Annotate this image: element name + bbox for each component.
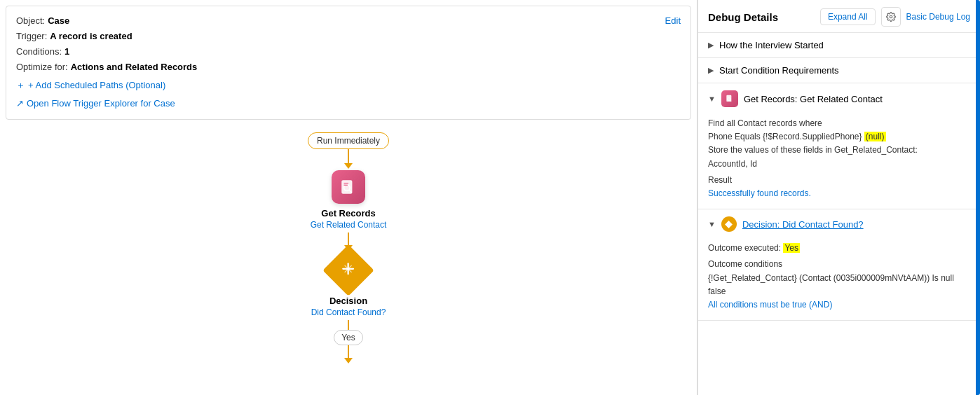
- decision-node[interactable]: Decision Did Contact Found?: [311, 252, 386, 317]
- connector-3: [348, 320, 349, 330]
- chevron-start-condition: ▶: [708, 66, 714, 75]
- find-label: Find all Contact records where: [708, 117, 970, 130]
- right-panel: Debug Details Expand All Basic Debug Log…: [697, 0, 980, 395]
- run-immediately-pill: Run Immediately: [308, 132, 389, 149]
- decision-icon: [341, 261, 356, 279]
- result-label: Result: [708, 174, 970, 187]
- section-get-records-header[interactable]: ▼ Get Records: Get Related Contact: [698, 83, 980, 114]
- basic-debug-link[interactable]: Basic Debug Log: [906, 12, 970, 22]
- object-label: Object:: [16, 13, 45, 29]
- section-get-records: ▼ Get Records: Get Related Contact Find …: [698, 83, 980, 209]
- decision-diamond: [322, 244, 374, 296]
- fields-value: AccountId, Id: [708, 158, 970, 171]
- section-get-records-title: Get Records: Get Related Contact: [744, 94, 883, 104]
- all-conditions: All conditions must be true (AND): [708, 298, 970, 312]
- null-highlight: (null): [864, 132, 886, 141]
- ext-icon: ↗: [16, 96, 24, 111]
- plus-icon: ＋: [16, 78, 25, 93]
- yes-highlight: Yes: [783, 243, 800, 253]
- section-how-interview-title: How the Interview Started: [719, 40, 824, 50]
- optimize-label: Optimize for:: [16, 60, 68, 75]
- section-start-condition-header[interactable]: ▶ Start Condition Requirements: [698, 58, 980, 83]
- info-box: Object: Case Edit Trigger: A record is c…: [6, 6, 691, 120]
- condition-detail: Phone Equals {!$Record.SuppliedPhone} (n…: [708, 130, 970, 144]
- expand-all-button[interactable]: Expand All: [820, 8, 876, 25]
- outcome-executed-row: Outcome executed: Yes: [708, 242, 970, 255]
- edit-link[interactable]: Edit: [665, 13, 681, 29]
- chevron-decision: ▼: [708, 220, 716, 228]
- object-value: Case: [48, 13, 69, 29]
- add-scheduled-link[interactable]: ＋ + Add Scheduled Paths (Optional): [16, 78, 681, 93]
- outcome-conditions-label: Outcome conditions: [708, 258, 970, 271]
- connector-2: [348, 233, 349, 245]
- section-decision: ▼ Decision: Did Contact Found? Outcome e…: [698, 209, 980, 321]
- section-start-condition-title: Start Condition Requirements: [719, 65, 839, 76]
- get-records-section-icon: [721, 90, 738, 107]
- right-edge-accent: [976, 0, 980, 395]
- get-records-subtitle: Get Related Contact: [311, 220, 387, 230]
- open-flow-link[interactable]: ↗ Open Flow Trigger Explorer for Case: [16, 96, 681, 111]
- section-get-records-body: Find all Contact records where Phone Equ…: [698, 114, 980, 209]
- store-label: Store the values of these fields in Get_…: [708, 144, 970, 157]
- get-records-title: Get Records: [321, 208, 375, 219]
- chevron-get-records: ▼: [708, 95, 716, 103]
- trigger-label: Trigger:: [16, 29, 47, 44]
- decision-section-icon: [721, 216, 737, 232]
- chevron-how-interview: ▶: [708, 41, 714, 50]
- flow-canvas: Run Immediately Get Records Get Related …: [0, 125, 697, 395]
- connector-4: [348, 345, 349, 358]
- get-records-icon: [332, 170, 365, 204]
- result-value: Successfully found records.: [708, 187, 970, 200]
- section-how-interview-header[interactable]: ▶ How the Interview Started: [698, 33, 980, 57]
- decision-subtitle: Did Contact Found?: [311, 307, 386, 317]
- debug-title: Debug Details: [708, 11, 815, 23]
- get-records-node[interactable]: Get Records Get Related Contact: [311, 170, 387, 230]
- trigger-value: A record is created: [50, 29, 132, 44]
- section-decision-header[interactable]: ▼ Decision: Did Contact Found?: [698, 209, 980, 239]
- section-start-condition: ▶ Start Condition Requirements: [698, 58, 980, 83]
- section-decision-title[interactable]: Decision: Did Contact Found?: [742, 219, 864, 230]
- arrow-3: [344, 358, 353, 363]
- section-decision-body: Outcome executed: Yes Outcome conditions…: [698, 239, 980, 320]
- connector-1: [348, 149, 349, 163]
- condition-detail-decision: {!Get_Related_Contact} (Contact (0035i00…: [708, 272, 970, 298]
- arrow-1: [344, 163, 353, 169]
- gear-button[interactable]: [881, 7, 901, 27]
- svg-marker-13: [725, 221, 733, 228]
- yes-pill: Yes: [334, 330, 363, 345]
- left-panel: Object: Case Edit Trigger: A record is c…: [0, 0, 697, 395]
- decision-title: Decision: [329, 296, 367, 306]
- debug-header: Debug Details Expand All Basic Debug Log: [698, 0, 980, 33]
- optimize-value: Actions and Related Records: [71, 60, 198, 75]
- svg-point-9: [890, 15, 892, 18]
- section-how-interview: ▶ How the Interview Started: [698, 33, 980, 58]
- conditions-label: Conditions:: [16, 44, 62, 60]
- conditions-value: 1: [64, 44, 69, 60]
